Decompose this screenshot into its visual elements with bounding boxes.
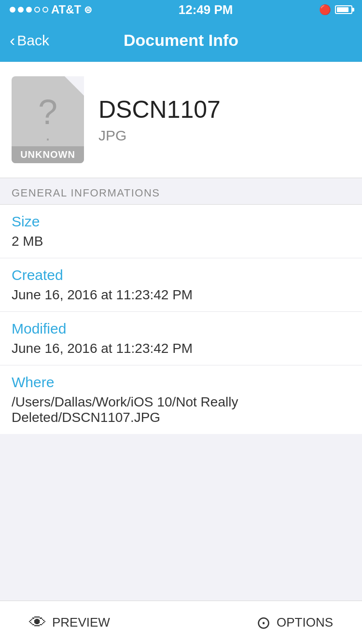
nav-bar: ‹ Back Document Info — [0, 19, 362, 62]
wifi-icon: ⊜ — [84, 4, 92, 15]
size-value: 2 MB — [12, 234, 350, 249]
file-info: DSCN1107 JPG — [98, 96, 221, 144]
back-chevron-icon: ‹ — [10, 32, 15, 48]
status-time: 12:49 PM — [179, 2, 233, 17]
signal-dot-3 — [26, 7, 32, 13]
carrier-label: AT&T — [51, 3, 81, 16]
info-section: Size 2 MB Created June 16, 2016 at 11:23… — [0, 205, 362, 434]
file-question-dot: . — [45, 125, 50, 145]
signal-dot-2 — [18, 7, 24, 13]
status-right: 🔴 — [319, 4, 352, 15]
signal-dot-1 — [10, 7, 15, 13]
modified-label: Modified — [12, 321, 350, 337]
created-value: June 16, 2016 at 11:23:42 PM — [12, 287, 350, 303]
bluetooth-icon: 🔴 — [319, 4, 331, 15]
bottom-toolbar: 👁 PREVIEW ⊙ OPTIONS — [0, 601, 362, 644]
options-label: OPTIONS — [277, 615, 333, 630]
modified-value: June 16, 2016 at 11:23:42 PM — [12, 341, 350, 356]
file-corner-fold — [65, 76, 84, 96]
file-type: JPG — [98, 127, 221, 144]
signal-dot-4 — [34, 7, 40, 13]
page-spacer — [0, 434, 362, 477]
status-left: AT&T ⊜ — [10, 3, 92, 16]
where-row: Where /Users/Dallas/Work/iOS 10/Not Real… — [0, 365, 362, 434]
modified-row: Modified June 16, 2016 at 11:23:42 PM — [0, 312, 362, 365]
created-label: Created — [12, 267, 350, 283]
battery-fill — [337, 7, 348, 12]
signal-dot-5 — [42, 7, 48, 13]
options-button[interactable]: ⊙ OPTIONS — [256, 613, 333, 633]
created-row: Created June 16, 2016 at 11:23:42 PM — [0, 258, 362, 312]
where-label: Where — [12, 374, 350, 391]
size-label: Size — [12, 213, 350, 230]
size-row: Size 2 MB — [0, 205, 362, 258]
where-value: /Users/Dallas/Work/iOS 10/Not Really Del… — [12, 394, 350, 425]
back-label: Back — [17, 32, 49, 49]
file-name: DSCN1107 — [98, 96, 221, 124]
file-icon: ? . UNKNOWN — [12, 76, 84, 163]
preview-button[interactable]: 👁 PREVIEW — [29, 613, 110, 633]
back-button[interactable]: ‹ Back — [10, 32, 49, 49]
preview-label: PREVIEW — [52, 615, 110, 630]
file-unknown-label: UNKNOWN — [12, 146, 84, 163]
signal-dots — [10, 7, 48, 13]
nav-title: Document Info — [124, 31, 238, 50]
file-header: ? . UNKNOWN DSCN1107 JPG — [0, 62, 362, 178]
battery-icon — [335, 5, 352, 14]
section-header: GENERAL INFORMATIONS — [0, 178, 362, 205]
options-icon: ⊙ — [256, 613, 271, 633]
status-bar: AT&T ⊜ 12:49 PM 🔴 — [0, 0, 362, 19]
preview-icon: 👁 — [29, 613, 46, 633]
